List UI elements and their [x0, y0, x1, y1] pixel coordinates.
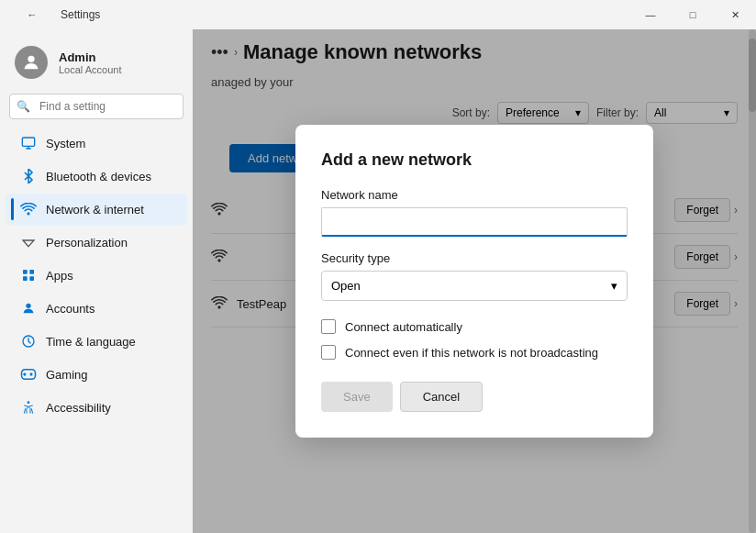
time-icon — [20, 333, 37, 350]
svg-rect-5 — [23, 276, 28, 281]
system-icon — [20, 135, 37, 151]
personalization-icon — [20, 234, 37, 250]
save-button[interactable]: Save — [321, 382, 393, 412]
search-input[interactable] — [9, 94, 183, 119]
search-icon: 🔍 — [17, 100, 30, 113]
app-container: Admin Local Account 🔍 System Bluetooth &… — [0, 29, 756, 533]
apps-icon — [20, 267, 37, 283]
cancel-button[interactable]: Cancel — [400, 382, 483, 412]
security-type-label: Security type — [321, 251, 628, 265]
avatar — [15, 46, 48, 79]
svg-point-0 — [28, 56, 34, 62]
dialog-overlay: Add a new network Network name Security … — [193, 29, 756, 533]
network-name-label: Network name — [321, 188, 628, 202]
sidebar-item-accounts-label: Accounts — [46, 302, 94, 316]
sidebar-item-time-label: Time & language — [46, 335, 136, 349]
svg-point-7 — [26, 304, 30, 308]
dialog-title: Add a new network — [321, 150, 628, 170]
maximize-button[interactable]: □ — [672, 0, 714, 29]
titlebar-controls: — □ ✕ — [629, 0, 756, 29]
svg-point-10 — [28, 401, 30, 404]
titlebar: ← Settings — □ ✕ — [0, 0, 756, 29]
sidebar-item-accessibility-label: Accessibility — [46, 401, 111, 415]
minimize-button[interactable]: — — [629, 0, 672, 29]
sidebar-item-bluetooth[interactable]: Bluetooth & devices — [6, 161, 187, 192]
security-type-value: Open — [331, 279, 361, 293]
sidebar-item-bluetooth-label: Bluetooth & devices — [46, 170, 151, 183]
user-info: Admin Local Account — [59, 50, 122, 75]
svg-rect-3 — [23, 270, 28, 274]
sidebar-item-apps-label: Apps — [46, 269, 73, 283]
connect-auto-label: Connect automatically — [345, 320, 462, 334]
user-name: Admin — [59, 50, 122, 64]
connect-auto-row: Connect automatically — [321, 319, 628, 334]
sidebar-item-accessibility[interactable]: Accessibility — [6, 392, 187, 423]
sidebar-item-accounts[interactable]: Accounts — [6, 293, 187, 324]
sidebar-item-network[interactable]: Network & internet — [6, 194, 187, 225]
network-icon — [20, 201, 37, 217]
back-button[interactable]: ← — [11, 0, 53, 29]
connect-broadcast-row: Connect even if this network is not broa… — [321, 345, 628, 360]
search-box[interactable]: 🔍 — [9, 94, 183, 119]
sidebar: Admin Local Account 🔍 System Bluetooth &… — [0, 29, 193, 533]
svg-rect-4 — [29, 270, 34, 274]
svg-rect-1 — [22, 138, 34, 146]
sidebar-item-network-label: Network & internet — [46, 203, 144, 217]
svg-point-2 — [27, 212, 29, 215]
connect-auto-checkbox[interactable] — [321, 319, 336, 334]
sidebar-item-personalization-label: Personalization — [46, 236, 128, 250]
bluetooth-icon — [20, 168, 37, 184]
svg-rect-6 — [29, 276, 34, 281]
connect-broadcast-checkbox[interactable] — [321, 345, 336, 360]
user-role: Local Account — [59, 64, 122, 75]
user-section: Admin Local Account — [0, 39, 193, 94]
content-area: ••• › Manage known networks anaged by yo… — [193, 29, 756, 533]
sidebar-item-apps[interactable]: Apps — [6, 260, 187, 291]
accessibility-icon — [20, 399, 37, 416]
accounts-icon — [20, 300, 37, 316]
dialog-footer: Save Cancel — [321, 382, 628, 412]
sidebar-item-gaming[interactable]: Gaming — [6, 359, 187, 390]
security-type-dropdown[interactable]: Open ▾ — [321, 271, 628, 301]
network-name-input[interactable] — [321, 207, 628, 237]
sidebar-item-system[interactable]: System — [6, 128, 187, 159]
connect-broadcast-label: Connect even if this network is not broa… — [345, 346, 598, 360]
dropdown-chevron-icon: ▾ — [611, 279, 617, 293]
gaming-icon — [20, 366, 37, 383]
dialog: Add a new network Network name Security … — [295, 125, 653, 438]
sidebar-item-system-label: System — [46, 137, 85, 150]
app-title: Settings — [61, 8, 100, 21]
sidebar-item-personalization[interactable]: Personalization — [6, 227, 187, 258]
sidebar-item-gaming-label: Gaming — [46, 368, 88, 382]
close-button[interactable]: ✕ — [714, 0, 756, 29]
titlebar-left: ← Settings — [11, 0, 100, 29]
sidebar-item-time[interactable]: Time & language — [6, 326, 187, 357]
